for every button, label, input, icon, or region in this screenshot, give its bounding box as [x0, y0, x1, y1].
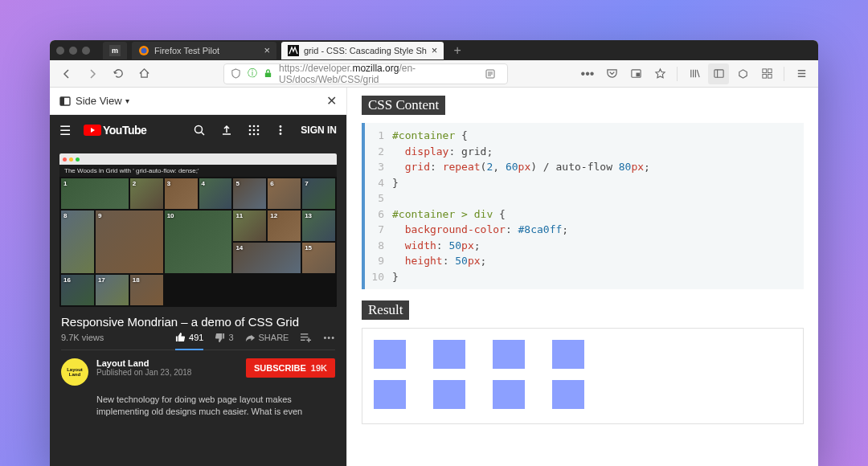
mdn-page[interactable]: CSS Content 1#container { 2 display: gri…: [347, 88, 818, 466]
publish-date: Published on Jan 23, 2018: [96, 368, 238, 377]
kebab-menu-icon[interactable]: [275, 125, 286, 136]
video-grid-tile: 3: [165, 178, 198, 209]
url-bar[interactable]: ⓘ https://developer.mozilla.org/en-US/do…: [223, 63, 508, 84]
svg-rect-15: [768, 74, 772, 78]
hamburger-icon[interactable]: ☰: [59, 123, 71, 138]
signin-button[interactable]: SIGN IN: [301, 125, 337, 136]
video-grid-tile: 12: [268, 211, 301, 241]
bookmark-star-icon[interactable]: [649, 63, 670, 84]
share-button[interactable]: SHARE: [245, 333, 289, 343]
demo-cell: [433, 380, 465, 409]
side-view-panel: Side View ▾ ✕ ☰ YouTube: [50, 88, 347, 466]
url-text: https://developer.mozilla.org/en-US/docs…: [279, 63, 473, 85]
svg-point-30: [253, 133, 256, 136]
svg-point-28: [257, 129, 260, 132]
home-button[interactable]: [133, 63, 154, 84]
tab-3-label: grid - CSS: Cascading Style Sh: [304, 46, 427, 55]
close-window[interactable]: [56, 47, 64, 55]
tab-1[interactable]: m: [103, 42, 127, 59]
back-button[interactable]: [56, 63, 77, 84]
svg-point-31: [257, 133, 260, 136]
video-grid-tile: 17: [96, 275, 129, 305]
reader-mode-icon[interactable]: [480, 63, 501, 84]
tab-3-close-icon[interactable]: ×: [432, 44, 438, 56]
video-grid-tile: 15: [302, 243, 335, 273]
svg-point-34: [280, 133, 282, 135]
result-heading: Result: [362, 300, 409, 320]
screenshot-icon[interactable]: [625, 63, 646, 84]
sidebar-toggle-icon[interactable]: [708, 63, 729, 84]
svg-line-22: [202, 133, 205, 136]
video-grid-tile: 18: [130, 275, 163, 305]
svg-rect-20: [60, 97, 64, 105]
search-icon[interactable]: [193, 124, 206, 137]
video-player[interactable]: The Woods in Grid with ' grid-auto-flow:…: [59, 153, 337, 307]
video-grid-tile: 10: [165, 211, 232, 273]
lock-icon[interactable]: [264, 69, 272, 78]
svg-rect-10: [714, 70, 723, 77]
tracking-protection-icon[interactable]: [231, 68, 241, 79]
channel-avatar[interactable]: Layout Land: [61, 358, 88, 386]
play-icon: [84, 125, 101, 136]
video-grid-tile: 1: [61, 178, 129, 209]
svg-point-32: [280, 125, 282, 128]
add-to-playlist-icon[interactable]: [300, 333, 312, 343]
pocket-icon[interactable]: [601, 63, 622, 84]
minimize-window[interactable]: [69, 47, 77, 55]
side-view-close-icon[interactable]: ✕: [326, 93, 337, 108]
youtube-header: ☰ YouTube: [50, 115, 346, 145]
content-area: Side View ▾ ✕ ☰ YouTube: [50, 88, 818, 466]
inner-window-chrome: [59, 153, 337, 165]
tab-3-active[interactable]: grid - CSS: Cascading Style Sh ×: [281, 42, 444, 59]
svg-point-25: [257, 125, 260, 128]
svg-point-21: [195, 126, 203, 133]
video-grid-tile: 13: [302, 211, 335, 241]
video-grid-tile: 9: [96, 211, 163, 273]
subscribe-button[interactable]: SUBSCRIBE 19K: [246, 358, 335, 378]
demo-cell: [374, 380, 406, 409]
demo-cell: [552, 340, 584, 369]
tab-2-label: Firefox Test Pilot: [154, 46, 219, 55]
mdn-icon: [288, 45, 299, 56]
toolbar-actions: •••: [577, 63, 812, 84]
svg-rect-14: [762, 74, 766, 78]
tab-2-close-icon[interactable]: ×: [264, 44, 270, 56]
more-actions-icon[interactable]: •••: [323, 333, 335, 342]
demo-cell: [552, 380, 584, 409]
youtube-logo[interactable]: YouTube: [84, 124, 146, 137]
notifications-icon[interactable]: [732, 63, 753, 84]
like-button[interactable]: 491: [175, 332, 203, 350]
video-thumbnail-grid: 123456789101112131415161718: [59, 177, 337, 307]
side-view-header: Side View ▾ ✕: [50, 88, 346, 115]
svg-rect-13: [768, 69, 772, 73]
video-grid-tile: 11: [233, 211, 266, 241]
channel-name[interactable]: Layout Land: [96, 358, 238, 368]
dislike-button[interactable]: 3: [215, 333, 233, 343]
video-grid-tile: 5: [233, 178, 266, 209]
chevron-down-icon[interactable]: ▾: [125, 96, 129, 105]
svg-rect-3: [265, 73, 271, 78]
tab-1-favicon-icon: m: [109, 45, 121, 56]
svg-point-24: [253, 125, 256, 128]
reload-button[interactable]: [108, 63, 129, 84]
upload-icon[interactable]: [220, 124, 233, 137]
page-actions-icon[interactable]: •••: [577, 63, 598, 84]
svg-point-33: [280, 129, 282, 132]
zoom-window[interactable]: [82, 47, 90, 55]
demo-cell: [493, 380, 525, 409]
video-title: Responsive Mondrian – a demo of CSS Grid: [61, 315, 335, 329]
site-info-icon[interactable]: ⓘ: [248, 67, 257, 80]
forward-button[interactable]: [82, 63, 103, 84]
window-controls[interactable]: [56, 47, 90, 55]
side-view-icon: [59, 96, 71, 107]
browser-window: m Firefox Test Pilot × grid - CSS: Casca…: [50, 40, 818, 466]
tab-2[interactable]: Firefox Test Pilot ×: [132, 42, 276, 59]
demo-grid: [374, 340, 792, 412]
apps-grid-icon[interactable]: [248, 124, 260, 137]
video-grid-tile: 8: [61, 211, 94, 273]
demo-cell: [374, 340, 406, 369]
app-menu-icon[interactable]: [791, 63, 812, 84]
library-icon[interactable]: [684, 63, 705, 84]
containers-icon[interactable]: [756, 63, 777, 84]
new-tab-button[interactable]: +: [448, 43, 465, 58]
